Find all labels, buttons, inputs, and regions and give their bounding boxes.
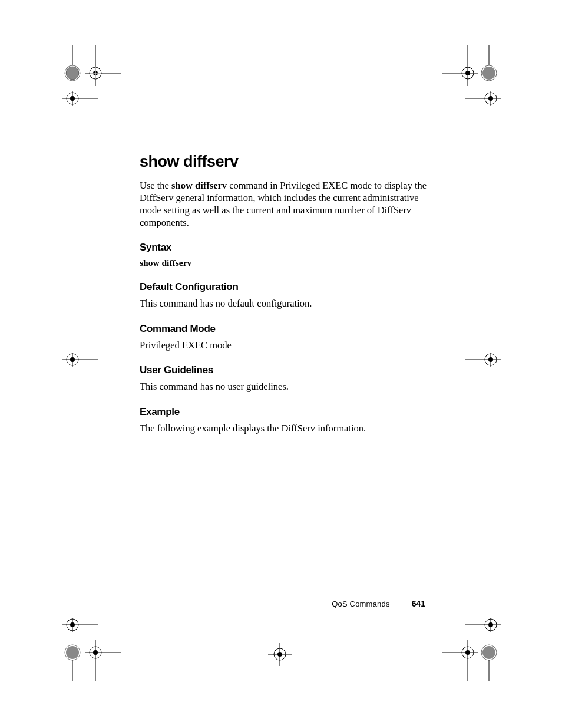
syntax-section: Syntax show diffserv bbox=[140, 242, 428, 268]
registration-mark-icon bbox=[62, 640, 82, 681]
registration-mark-icon bbox=[62, 87, 98, 110]
user-guidelines-section: User Guidelines This command has no user… bbox=[140, 364, 428, 393]
command-mode-section: Command Mode Privileged EXEC mode bbox=[140, 323, 428, 351]
default-config-text: This command has no default configuratio… bbox=[140, 297, 428, 309]
intro-paragraph: Use the show diffserv command in Privile… bbox=[140, 179, 428, 229]
registration-mark-icon bbox=[479, 45, 499, 86]
registration-mark-icon bbox=[465, 87, 501, 110]
svg-point-47 bbox=[277, 652, 282, 657]
command-mode-heading: Command Mode bbox=[140, 323, 428, 335]
registration-mark-icon bbox=[465, 613, 501, 637]
user-guidelines-text: This command has no user guidelines. bbox=[140, 380, 428, 393]
svg-point-58 bbox=[482, 646, 495, 659]
registration-mark-icon bbox=[479, 640, 499, 681]
registration-mark-icon bbox=[62, 348, 98, 371]
registration-mark-icon bbox=[85, 45, 121, 86]
intro-prefix: Use the bbox=[140, 180, 171, 191]
default-config-heading: Default Configuration bbox=[140, 281, 428, 293]
footer-section-label: QoS Commands bbox=[332, 599, 390, 608]
registration-mark-icon bbox=[442, 45, 478, 86]
registration-mark-icon bbox=[62, 45, 82, 86]
svg-point-55 bbox=[465, 650, 470, 655]
example-text: The following example displays the DiffS… bbox=[140, 422, 428, 434]
svg-point-19 bbox=[482, 67, 495, 80]
registration-mark-icon bbox=[85, 640, 121, 681]
default-config-section: Default Configuration This command has n… bbox=[140, 281, 428, 309]
syntax-heading: Syntax bbox=[140, 242, 428, 253]
registration-mark-icon bbox=[442, 640, 478, 681]
registration-mark-icon bbox=[265, 640, 295, 669]
registration-mark-icon bbox=[465, 348, 501, 371]
command-mode-text: Privileged EXEC mode bbox=[140, 339, 428, 351]
intro-command-bold: show diffserv bbox=[171, 180, 227, 191]
example-section: Example The following example displays t… bbox=[140, 406, 428, 434]
user-guidelines-heading: User Guidelines bbox=[140, 364, 428, 376]
syntax-command: show diffserv bbox=[140, 258, 428, 268]
svg-point-43 bbox=[93, 650, 98, 655]
svg-point-39 bbox=[66, 646, 79, 659]
footer-divider bbox=[401, 600, 401, 607]
svg-point-17 bbox=[465, 71, 470, 75]
command-heading: show diffserv bbox=[140, 153, 428, 171]
registration-mark-icon bbox=[62, 613, 98, 637]
footer-page-number: 641 bbox=[412, 599, 425, 608]
page-footer: QoS Commands 641 bbox=[332, 599, 425, 608]
page-content: show diffserv Use the show diffserv comm… bbox=[140, 153, 428, 447]
example-heading: Example bbox=[140, 406, 428, 418]
